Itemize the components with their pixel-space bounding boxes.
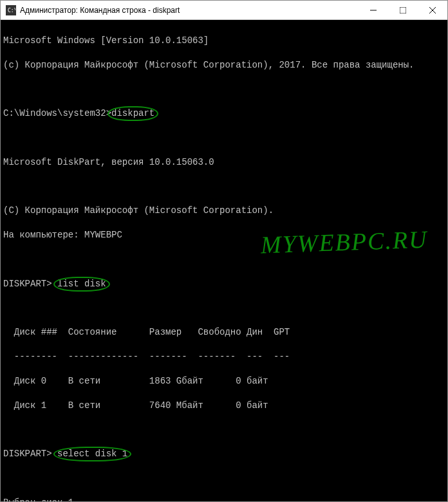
table-header: Диск ### Состояние Размер Свободно Дин G… xyxy=(3,326,445,339)
svg-text:C:\: C:\ xyxy=(8,8,15,14)
msg-selected: Выбран диск 1. xyxy=(3,497,445,501)
blank-line xyxy=(3,83,445,95)
diskpart-prompt: DISKPART> select disk 1 xyxy=(3,448,445,460)
blank-line xyxy=(3,254,445,266)
blank-line xyxy=(3,181,445,193)
prompt-line: C:\Windows\system32>diskpart xyxy=(3,107,445,120)
cmd-diskpart: diskpart xyxy=(111,107,154,120)
table-row: Диск 0 В сети 1863 Gбайт 0 байт xyxy=(3,375,445,387)
minimize-button[interactable] xyxy=(359,1,388,20)
svg-rect-3 xyxy=(400,7,406,14)
table-row: Диск 1 В сети 7640 Mбайт 0 байт xyxy=(3,400,445,412)
blank-line xyxy=(3,472,445,485)
table-divider: -------- ------------- ------- ------- -… xyxy=(3,351,445,363)
diskpart-version: Microsoft DiskPart, версия 10.0.15063.0 xyxy=(3,156,445,169)
blank-line xyxy=(3,302,445,314)
titlebar[interactable]: C:\ Администратор: Командная строка - di… xyxy=(1,1,447,20)
dp-prompt: DISKPART> xyxy=(3,279,52,289)
titlebar-text: Администратор: Командная строка - diskpa… xyxy=(20,6,359,15)
prompt-path: C:\Windows\system32> xyxy=(3,108,111,118)
cmd-list-disk: list disk xyxy=(57,278,106,290)
command-prompt-window: C:\ Администратор: Командная строка - di… xyxy=(0,0,448,502)
diskpart-prompt: DISKPART> list disk xyxy=(3,278,445,290)
copyright-line: (c) Корпорация Майкрософт (Microsoft Cor… xyxy=(3,59,445,71)
terminal-output[interactable]: Microsoft Windows [Version 10.0.15063] (… xyxy=(1,20,447,501)
blank-line xyxy=(3,423,445,436)
version-line: Microsoft Windows [Version 10.0.15063] xyxy=(3,35,445,47)
cmd-select-disk: select disk 1 xyxy=(57,448,127,460)
window-controls xyxy=(359,1,447,20)
close-button[interactable] xyxy=(418,1,447,20)
cmd-icon: C:\ xyxy=(6,5,16,15)
diskpart-computer: На компьютере: MYWEBPC xyxy=(3,229,445,241)
diskpart-copyright: (C) Корпорация Майкрософт (Microsoft Cor… xyxy=(3,205,445,217)
dp-prompt: DISKPART> xyxy=(3,449,52,459)
blank-line xyxy=(3,132,445,144)
maximize-button[interactable] xyxy=(388,1,418,20)
